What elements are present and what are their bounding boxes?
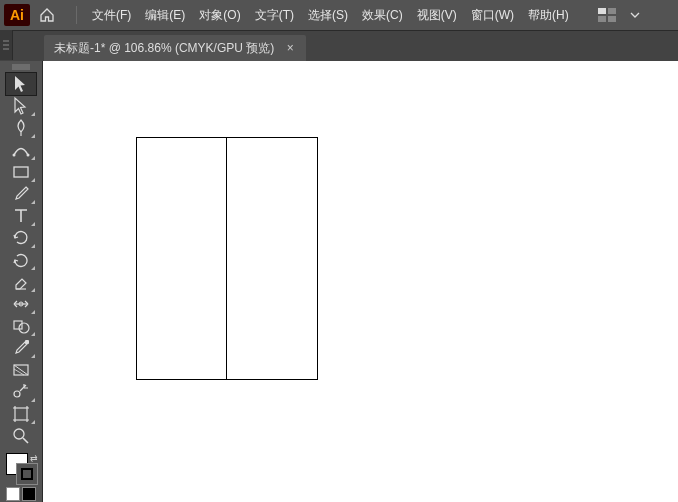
menu-window[interactable]: 窗口(W) <box>464 4 521 27</box>
close-icon[interactable]: × <box>284 42 296 54</box>
tool-direct-selection[interactable] <box>6 95 36 117</box>
document-tab-bar: 未标题-1* @ 106.86% (CMYK/GPU 预览) × <box>0 31 678 61</box>
swap-fill-stroke-icon[interactable]: ⇄ <box>30 453 38 463</box>
tool-rotate[interactable] <box>6 227 36 249</box>
artwork-rect[interactable] <box>136 137 228 380</box>
workspace-dropdown-icon[interactable] <box>628 8 642 22</box>
workspace-switcher-icon[interactable] <box>592 5 622 25</box>
tool-zoom[interactable] <box>6 425 36 447</box>
tool-rectangle[interactable] <box>6 161 36 183</box>
tool-symbol-sprayer[interactable] <box>6 381 36 403</box>
menu-view[interactable]: 视图(V) <box>410 4 464 27</box>
tool-reflect[interactable] <box>6 249 36 271</box>
tool-shape-builder[interactable] <box>6 315 36 337</box>
stroke-swatch[interactable] <box>16 463 38 485</box>
svg-rect-2 <box>598 16 606 22</box>
svg-rect-0 <box>598 8 606 14</box>
tool-paintbrush[interactable] <box>6 183 36 205</box>
menu-file[interactable]: 文件(F) <box>85 4 138 27</box>
menu-object[interactable]: 对象(O) <box>192 4 247 27</box>
fill-stroke-control[interactable]: ⇄ <box>4 453 38 483</box>
menubar: Ai 文件(F)编辑(E)对象(O)文字(T)选择(S)效果(C)视图(V)窗口… <box>0 0 678 31</box>
tool-width[interactable] <box>6 293 36 315</box>
menu-help[interactable]: 帮助(H) <box>521 4 576 27</box>
app-logo: Ai <box>4 4 30 26</box>
panel-grip-icon[interactable] <box>6 63 36 71</box>
menu-select[interactable]: 选择(S) <box>301 4 355 27</box>
tool-selection[interactable] <box>6 73 36 95</box>
draw-mode-switch[interactable] <box>4 485 38 502</box>
collapsed-panel-strip[interactable] <box>0 30 13 60</box>
tool-type[interactable] <box>6 205 36 227</box>
menu-separator <box>76 6 77 24</box>
canvas[interactable] <box>43 61 678 502</box>
svg-rect-1 <box>608 8 616 14</box>
workspace-body: ⇄ <box>0 61 678 502</box>
svg-rect-3 <box>608 16 616 22</box>
tool-pen[interactable] <box>6 117 36 139</box>
document-tab[interactable]: 未标题-1* @ 106.86% (CMYK/GPU 预览) × <box>44 35 306 61</box>
tools-panel: ⇄ <box>0 61 43 502</box>
draw-mode-normal[interactable] <box>6 487 20 501</box>
menu-type[interactable]: 文字(T) <box>248 4 301 27</box>
tool-eyedropper[interactable] <box>6 337 36 359</box>
home-icon[interactable] <box>36 4 58 26</box>
tool-eraser[interactable] <box>6 271 36 293</box>
menu-edit[interactable]: 编辑(E) <box>138 4 192 27</box>
draw-mode-behind[interactable] <box>22 487 36 501</box>
tool-gradient[interactable] <box>6 359 36 381</box>
artwork-rect[interactable] <box>226 137 318 380</box>
tool-curvature[interactable] <box>6 139 36 161</box>
tool-artboard[interactable] <box>6 403 36 425</box>
menu-effect[interactable]: 效果(C) <box>355 4 410 27</box>
document-tab-title: 未标题-1* @ 106.86% (CMYK/GPU 预览) <box>54 40 274 57</box>
